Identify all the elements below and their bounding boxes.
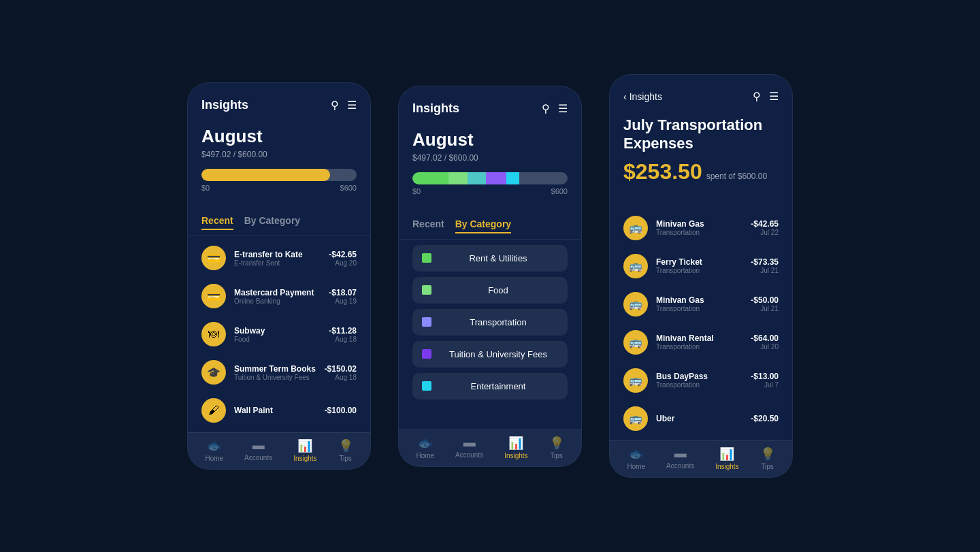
cat-color-3: [422, 349, 431, 359]
screen3-title: July Transportation Expenses: [623, 116, 779, 152]
dtx-right-0: -$42.65 Jul 22: [751, 219, 779, 236]
cat-item-4[interactable]: Entertainment: [412, 373, 568, 400]
cat-color-2: [422, 317, 431, 327]
screen3-back-label: Insights: [630, 91, 662, 102]
nav-accounts-label-s2: Accounts: [455, 451, 483, 459]
nav-tips-s3[interactable]: 💡 Tips: [760, 447, 775, 470]
screen2-budget: $497.02 / $600.00: [412, 153, 568, 163]
search-icon-s3[interactable]: ⚲: [753, 90, 761, 103]
nav-tips-label-s3: Tips: [761, 463, 774, 470]
dtx-info-1: Ferry Ticket Transportation: [656, 257, 742, 274]
tx-item-0[interactable]: 💳 E-transfer to Kate E-transfer Sent -$4…: [188, 239, 370, 277]
cat-item-3[interactable]: Tuition & University Fees: [412, 341, 568, 368]
nav-home-s1[interactable]: 🐟 Home: [205, 438, 223, 462]
nav-accounts-s3[interactable]: ▬ Accounts: [666, 447, 694, 470]
tx-item-3[interactable]: 🎓 Summer Term Books Tuition & University…: [188, 353, 370, 391]
tx-right-0: -$42.65 Aug 20: [329, 250, 357, 267]
dtx-amount-1: -$73.35: [751, 257, 779, 267]
screen1-progress-max: $600: [340, 184, 357, 192]
nav-accounts-label-s1: Accounts: [244, 454, 272, 461]
nav-tips-label-s1: Tips: [339, 455, 352, 462]
dtx-sub-3: Transportation: [656, 343, 742, 351]
tx-date-0: Aug 20: [329, 259, 357, 267]
tx-icon-4: 🖌: [201, 398, 226, 423]
dtx-icon-5: 🚌: [623, 406, 648, 431]
tx-name-4: Wall Paint: [234, 406, 316, 415]
cat-item-0[interactable]: Rent & Utilities: [412, 245, 568, 272]
tab-category-s2[interactable]: By Category: [455, 218, 511, 233]
tx-item-2[interactable]: 🍽 Subway Food -$11.28 Aug 18: [188, 315, 370, 353]
screen3-content: ‹ Insights ⚲ ☰ July Transportation Expen…: [610, 75, 792, 440]
screen1-month: August: [201, 126, 357, 147]
dtx-name-2: Minivan Gas: [656, 295, 742, 305]
screen1-content: Insights ⚲ ☰ August $497.02 / $600.00 $0…: [188, 83, 370, 432]
dtx-item-0[interactable]: 🚌 Minivan Gas Transportation -$42.65 Jul…: [610, 209, 792, 247]
dtx-date-0: Jul 22: [751, 229, 779, 236]
screen3-spent: spent of $600.00: [706, 172, 767, 181]
cat-item-2[interactable]: Transportation: [412, 309, 568, 336]
dtx-info-4: Bus DayPass Transportation: [656, 372, 742, 389]
screen3-back[interactable]: ‹ Insights: [623, 91, 662, 102]
tab-recent-s1[interactable]: Recent: [201, 215, 233, 230]
seg-entertain: [506, 172, 519, 184]
nav-accounts-s1[interactable]: ▬ Accounts: [244, 438, 272, 462]
dtx-item-2[interactable]: 🚌 Minivan Gas Transportation -$50.00 Jul…: [610, 285, 792, 323]
seg-tuition: [486, 172, 506, 184]
nav-insights-s1[interactable]: 📊 Insights: [293, 438, 316, 462]
cat-name-1: Food: [438, 285, 558, 295]
screen3-transactions: 🚌 Minivan Gas Transportation -$42.65 Jul…: [610, 206, 792, 440]
cat-name-0: Rent & Utilities: [438, 253, 558, 263]
screen1-progress: $0 $600: [201, 169, 357, 192]
cat-color-1: [422, 285, 431, 295]
dtx-name-4: Bus DayPass: [656, 372, 742, 381]
screen1-progress-bg: [201, 169, 357, 181]
nav-home-label-s2: Home: [416, 452, 434, 459]
screen2-categories: Rent & Utilities Food Transportation Tui…: [399, 240, 581, 429]
search-icon-s2[interactable]: ⚲: [542, 102, 550, 115]
tx-item-4[interactable]: 🖌 Wall Paint -$100.00: [188, 391, 370, 429]
tab-category-s1[interactable]: By Category: [244, 215, 300, 230]
search-icon[interactable]: ⚲: [331, 99, 339, 112]
nav-home-s3[interactable]: 🐟 Home: [627, 447, 645, 470]
dtx-right-1: -$73.35 Jul 21: [751, 257, 779, 274]
nav-tips-s2[interactable]: 💡 Tips: [549, 436, 564, 459]
dtx-sub-1: Transportation: [656, 267, 742, 274]
tx-right-1: -$18.07 Aug 19: [329, 288, 357, 305]
screen2-month-section: August $497.02 / $600.00 $0: [399, 123, 581, 212]
cat-name-2: Transportation: [438, 317, 558, 327]
tx-info-3: Summer Term Books Tuition & University F…: [234, 364, 316, 381]
menu-icon[interactable]: ☰: [347, 99, 357, 112]
screen2-content: Insights ⚲ ☰ August $497.02 / $600.00: [399, 86, 581, 429]
screen2-tabs: Recent By Category: [399, 212, 581, 240]
cat-name-4: Entertainment: [438, 381, 558, 391]
tx-item-1[interactable]: 💳 Mastercard Payment Online Banking -$18…: [188, 277, 370, 315]
dtx-icon-0: 🚌: [623, 216, 648, 240]
screen3-header-icons: ⚲ ☰: [753, 90, 779, 103]
dtx-item-1[interactable]: 🚌 Ferry Ticket Transportation -$73.35 Ju…: [610, 247, 792, 285]
tx-date-3: Aug 18: [325, 374, 357, 381]
screens-container: Insights ⚲ ☰ August $497.02 / $600.00 $0…: [174, 61, 806, 491]
tx-right-2: -$11.28 Aug 18: [329, 326, 357, 343]
cat-item-1[interactable]: Food: [412, 277, 568, 304]
nav-tips-s1[interactable]: 💡 Tips: [338, 438, 353, 462]
nav-insights-s2[interactable]: 📊 Insights: [504, 436, 527, 459]
menu-icon-s2[interactable]: ☰: [558, 102, 568, 115]
menu-icon-s3[interactable]: ☰: [769, 90, 779, 103]
nav-accounts-s2[interactable]: ▬ Accounts: [455, 436, 483, 459]
tx-name-2: Subway: [234, 326, 321, 336]
dtx-name-5: Uber: [656, 414, 742, 423]
nav-insights-s3[interactable]: 📊 Insights: [715, 447, 738, 470]
tab-recent-s2[interactable]: Recent: [412, 218, 444, 233]
screen1-title: Insights: [201, 98, 248, 112]
cat-color-4: [422, 381, 431, 391]
nav-home-label-s1: Home: [205, 455, 223, 462]
screen2-month: August: [412, 129, 568, 150]
dtx-item-3[interactable]: 🚌 Minivan Rental Transportation -$64.00 …: [610, 323, 792, 361]
home-icon-s1: 🐟: [207, 438, 222, 453]
seg-transport: [468, 172, 485, 184]
screen3-header: ‹ Insights ⚲ ☰: [610, 75, 792, 110]
tx-info-2: Subway Food: [234, 326, 321, 343]
dtx-item-4[interactable]: 🚌 Bus DayPass Transportation -$13.00 Jul…: [610, 361, 792, 400]
nav-home-s2[interactable]: 🐟 Home: [416, 436, 434, 459]
dtx-item-5[interactable]: 🚌 Uber -$20.50: [610, 400, 792, 438]
